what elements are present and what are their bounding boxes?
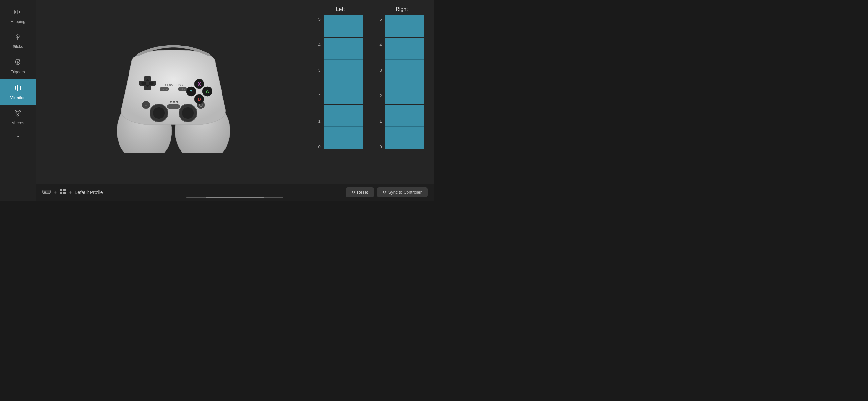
vibration-left-y-labels: 5 4 3 2 1 0 [318, 16, 320, 150]
svg-line-18 [18, 112, 20, 115]
svg-point-13 [15, 111, 17, 112]
left-bar-5[interactable] [324, 16, 363, 37]
svg-rect-12 [20, 86, 21, 90]
right-bar-5[interactable] [385, 16, 424, 37]
controller-area: 8BitDo Pro 2 [35, 0, 311, 184]
controller-image: 8BitDo Pro 2 [89, 31, 257, 153]
footer-plus-2: + [69, 189, 72, 195]
footer-scrollbar[interactable] [186, 197, 283, 198]
svg-point-33 [176, 101, 178, 103]
left-bar-3[interactable] [324, 60, 363, 82]
sync-icon: ⟳ [383, 190, 386, 195]
left-bar-4[interactable] [324, 38, 363, 60]
reset-button[interactable]: ↺ Reset [346, 187, 374, 197]
svg-point-14 [19, 111, 21, 112]
svg-rect-10 [14, 86, 16, 90]
sidebar: Mapping Sticks Triggers [0, 0, 35, 201]
svg-text:8BitDo: 8BitDo [165, 83, 174, 86]
svg-point-3 [20, 11, 20, 12]
right-bar-3[interactable] [385, 60, 424, 82]
vibration-left-bars[interactable] [324, 16, 363, 149]
sticks-icon [13, 33, 22, 42]
svg-text:Y: Y [190, 89, 193, 94]
svg-point-4 [20, 12, 20, 13]
svg-point-38 [182, 107, 194, 119]
vibration-icon [13, 83, 22, 94]
sidebar-item-mapping-label: Mapping [10, 19, 25, 24]
right-bar-2[interactable] [385, 82, 424, 104]
mapping-icon [13, 8, 22, 18]
left-bar-0[interactable] [324, 127, 363, 149]
left-bar-1[interactable] [324, 104, 363, 127]
sidebar-expand-icon[interactable]: ⌄ [16, 130, 20, 141]
svg-point-15 [17, 115, 19, 116]
svg-rect-61 [60, 192, 62, 194]
vibration-columns: Left 5 4 3 2 1 0 [314, 6, 428, 177]
right-bar-4[interactable] [385, 38, 424, 60]
svg-rect-60 [63, 189, 66, 191]
svg-rect-11 [17, 85, 19, 91]
right-bar-1[interactable] [385, 104, 424, 127]
footer-plus-1: + [54, 189, 57, 195]
left-bar-2[interactable] [324, 82, 363, 104]
vibration-right-bars[interactable] [385, 16, 424, 149]
footer-left: + + Default Profile [42, 188, 343, 197]
controller-footer-icon [42, 188, 51, 197]
sidebar-item-triggers[interactable]: Triggers [0, 54, 35, 79]
vibration-left-header: Left [336, 6, 345, 12]
footer-buttons: ↺ Reset ⟳ Sync to Controller [346, 187, 428, 197]
sidebar-item-mapping[interactable]: Mapping [0, 3, 35, 28]
sidebar-item-vibration-label: Vibration [10, 96, 25, 100]
vibration-panel: Left 5 4 3 2 1 0 [311, 0, 434, 184]
vibration-right-y-labels: 5 4 3 2 1 0 [379, 16, 382, 150]
right-bar-0[interactable] [385, 127, 424, 149]
triggers-icon [13, 58, 22, 68]
sync-to-controller-button[interactable]: ⟳ Sync to Controller [377, 187, 428, 197]
svg-point-31 [170, 101, 172, 103]
svg-point-55 [48, 191, 49, 192]
svg-text:A: A [206, 89, 209, 94]
vibration-left-column: Left 5 4 3 2 1 0 [314, 6, 366, 150]
reset-icon: ↺ [352, 190, 355, 195]
svg-line-17 [16, 112, 18, 115]
sidebar-item-sticks[interactable]: Sticks [0, 28, 35, 54]
macros-icon [13, 109, 22, 119]
svg-text:X: X [197, 81, 201, 87]
main-content: 8BitDo Pro 2 [35, 0, 434, 184]
svg-text:+ start: + start [179, 88, 186, 90]
svg-point-6 [17, 35, 19, 37]
vibration-right-column: Right 5 4 3 2 1 0 [376, 6, 428, 150]
footer: + + Default Profile ↺ Rese [35, 184, 434, 201]
svg-point-32 [173, 101, 175, 103]
svg-point-36 [153, 107, 165, 119]
sidebar-item-triggers-label: Triggers [11, 70, 25, 74]
sidebar-item-macros[interactable]: Macros [0, 104, 35, 130]
svg-text:B: B [197, 96, 201, 102]
sidebar-item-macros-label: Macros [11, 121, 24, 125]
footer-profile-text: Default Profile [74, 190, 103, 195]
sidebar-item-sticks-label: Sticks [12, 44, 23, 49]
svg-text:- select: - select [161, 88, 168, 90]
svg-text:Pro 2: Pro 2 [176, 83, 183, 86]
svg-rect-62 [63, 192, 66, 194]
footer-scrollbar-thumb [206, 197, 264, 198]
svg-rect-59 [60, 189, 62, 191]
svg-rect-34 [167, 104, 180, 109]
windows-footer-icon [59, 188, 66, 197]
vibration-right-header: Right [396, 6, 407, 12]
svg-point-56 [49, 192, 50, 193]
sidebar-item-vibration[interactable]: Vibration [0, 79, 35, 104]
svg-point-2 [15, 11, 17, 12]
svg-text:☆: ☆ [144, 103, 148, 107]
